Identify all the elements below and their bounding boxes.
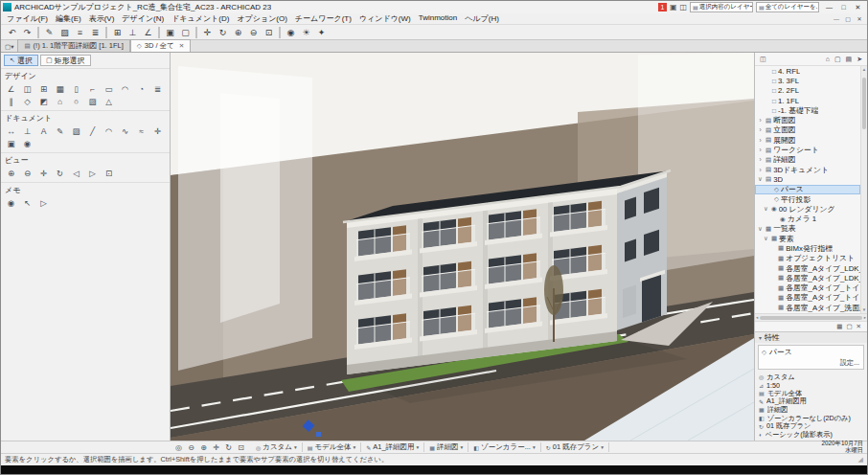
tab-floor-plan[interactable]: ▤ (!) 1. 1階平面詳細図 [1. 1FL] [17,39,129,52]
polyline-tool-icon[interactable]: ∿ [118,125,132,137]
properties-header[interactable]: ▾ 特性 [755,332,867,343]
tree-item[interactable]: ◉ カメラ 1 [755,214,860,223]
menu-item[interactable]: ヘルプ(H) [461,13,503,24]
stair-tool-icon[interactable]: ≣ [150,83,165,95]
toolbar-button[interactable] [105,27,107,38]
graphic-override-quick-option[interactable]: ◧ ゾーンカラーなし(2Dのみ) [755,414,867,422]
railing-tool-icon[interactable]: ∥ [4,96,18,107]
notification-badge[interactable]: 1 [658,3,667,11]
project-map-icon[interactable]: ⌂ [824,56,832,63]
tree-view-mode-icon[interactable]: ▦ [836,323,842,330]
tree-expand-arrow[interactable]: ∨ [757,225,764,233]
shell-tool-icon[interactable]: ◔ [134,83,148,95]
note-pin-icon[interactable]: ◉ [4,197,18,209]
gravity-icon[interactable]: ⊥ [126,26,140,39]
roof-tool-icon[interactable]: ◠ [118,83,132,95]
note-select-icon[interactable]: ↖ [20,197,34,209]
tree-item[interactable]: ▦ 各居室_Aタイプ_LDK_2F [755,273,860,283]
zoom-out-icon[interactable]: ⊖ [246,26,261,39]
dimension-tool-icon[interactable]: ↔ [4,125,18,137]
model-view-options-quick-option[interactable]: ▦ 詳細図 [755,406,867,415]
toolbox-section-view[interactable]: ビュー [1,152,170,167]
tree-item[interactable]: ◇ パース [755,185,860,194]
new-viewpoint-icon[interactable]: ▢ [846,323,852,330]
layer-combination-dropdown[interactable]: ▤ モデル全体 ▾ [303,442,361,452]
selection-layer-dropdown[interactable]: ▤ 選択内容のレイヤー ▾ [690,2,753,12]
tree-item[interactable]: ▦ 各居室_Aタイプ_洗面所_1F [755,303,860,312]
menu-item[interactable]: Twinmotion [415,13,461,24]
tree-item[interactable]: ▦ 各居室_Aタイプ_トイレ_1F [755,283,860,293]
pen-set-quick-option[interactable]: ✎ A1_詳細図用 [755,397,867,406]
figure-tool-icon[interactable]: ▣ [4,138,18,149]
view-map-icon[interactable]: ▢ [833,56,843,63]
scroll-down-icon[interactable]: ▼ [862,307,866,312]
pen-set-dropdown[interactable]: ✎ A1_詳細図用 ▾ [361,442,424,452]
text-tool-icon[interactable]: A [36,125,51,137]
tree-scrollbar[interactable]: ▲ ▼ [860,66,867,313]
scroll-right-icon[interactable]: ▸ [864,315,866,320]
morph-tool-icon[interactable]: ◇ [20,96,34,107]
fill-type-icon[interactable]: ▨ [57,26,72,39]
tree-expand-arrow[interactable]: › [757,137,764,144]
door-tool-icon[interactable]: ◫ [20,83,34,95]
tree-item[interactable]: □ 2. 2FL [755,86,860,96]
maximize-button[interactable]: □ [836,2,851,12]
mesh-tool-icon[interactable]: △ [102,96,116,107]
tab-list-button[interactable]: ▢▾ [3,43,17,52]
previous-view-icon[interactable]: ◁ [69,168,83,179]
scroll-left-icon[interactable]: ◂ [756,315,758,320]
tree-expand-arrow[interactable]: ∨ [757,175,764,183]
orbit-icon[interactable]: ↻ [222,443,235,452]
hotspot-tool-icon[interactable]: ✛ [150,125,165,137]
toolbar-button[interactable] [279,27,281,38]
guide-lines-icon[interactable]: ∠ [141,26,155,39]
next-view-icon[interactable]: ▷ [85,168,100,179]
publisher-sets-icon[interactable]: ➤ [855,56,864,63]
zoom-in-view-icon[interactable]: ⊕ [4,168,18,179]
tree-expand-arrow[interactable]: › [757,147,764,153]
model-view-options-dropdown[interactable]: ▦ 詳細図 ▾ [424,442,468,452]
zoom-in-icon[interactable]: ⊕ [231,26,245,39]
tree-expand-arrow[interactable]: › [757,126,764,133]
level-dimension-tool-icon[interactable]: ⊥ [20,125,34,137]
doc-minimize-button[interactable]: — [831,14,842,24]
tree-item[interactable]: □ 3. 3FL [755,76,860,85]
minimize-button[interactable]: — [822,2,836,12]
tree-item[interactable]: ▦ BIMx発行指標 [755,243,860,253]
tree-hscrollbar[interactable]: ◂ ▸ [755,313,867,321]
pen-color-icon[interactable]: ✎ [42,26,57,39]
scroll-up-icon[interactable]: ▲ [862,67,866,72]
column-tool-icon[interactable]: ▯ [69,83,83,95]
tree-item[interactable]: □ -1. 基礎下端 [755,105,860,115]
pan-icon[interactable]: ✛ [210,443,222,452]
tree-expand-arrow[interactable]: › [757,117,764,124]
layers-icon[interactable]: ≣ [88,26,103,39]
tree-item[interactable]: ▦ 各居室_Aタイプ_LDK_1F [755,263,860,273]
settings-button[interactable]: 設定... [759,358,863,369]
navigator-pin-icon[interactable]: ◫ [758,56,768,63]
menu-item[interactable]: 編集(E) [52,13,85,24]
menu-item[interactable]: ファイル(F) [3,13,52,24]
orbit-view-icon[interactable]: ↻ [53,168,67,179]
menu-item[interactable]: ウィンドウ(W) [355,13,415,24]
object-tool-icon[interactable]: ⌂ [53,96,67,107]
zone-tool-icon[interactable]: ▨ [85,96,100,107]
spline-tool-icon[interactable]: ≈ [134,125,148,137]
hscrollbar-thumb[interactable] [760,316,861,320]
messages-icon[interactable]: ◫ [679,3,687,11]
toolbar-button[interactable] [195,27,197,38]
doc-restore-button[interactable]: ▢ [842,14,854,24]
tree-item[interactable]: › ▤ 3Dドキュメント [755,165,860,174]
tree-expand-arrow[interactable]: ∨ [763,235,769,242]
tree-item[interactable]: ∨ ▤ 3D [755,174,860,184]
toolbox-section-memo[interactable]: メモ [1,182,170,196]
fill-tool-icon[interactable]: ▨ [69,125,83,137]
curtain-wall-tool-icon[interactable]: ▦ [53,83,67,95]
sun-study-icon[interactable]: ☀ [299,26,313,39]
renovation-filter-dropdown[interactable]: ↻ 01 既存プラン ▾ [541,442,609,452]
tree-item[interactable]: □ 4. RFL [755,66,860,76]
tree-expand-arrow[interactable]: › [757,167,764,173]
undo-icon[interactable]: ↶ [5,26,19,39]
menu-item[interactable]: 表示(V) [85,13,119,24]
3d-style-quick-option[interactable]: ◐ ベーシック(陰影表示) [755,430,867,439]
